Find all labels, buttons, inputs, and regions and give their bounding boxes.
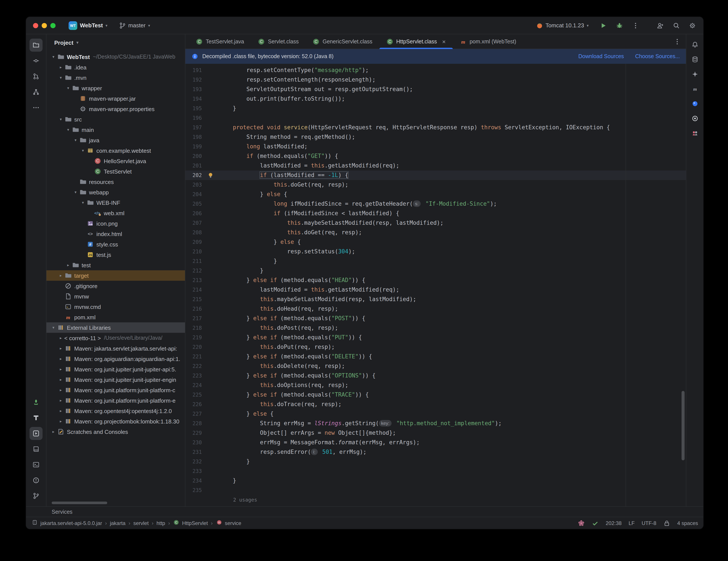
code-line[interactable]: 196 (185, 113, 686, 123)
chevron-right-icon[interactable]: ▸ (57, 388, 64, 392)
pull-requests-tool-icon[interactable] (30, 70, 43, 83)
chevron-down-icon[interactable]: ▾ (72, 138, 79, 142)
code-line[interactable]: 224 this.doOptions(req, resp); (185, 380, 686, 390)
code-editor[interactable]: 191 resp.setContentType("message/http");… (185, 64, 686, 506)
code-line[interactable]: 209 } else { (185, 237, 686, 247)
intention-bulb-icon[interactable] (202, 171, 219, 180)
close-icon[interactable]: × (442, 38, 446, 44)
database-icon[interactable] (689, 53, 701, 66)
tree-row[interactable]: maven-wrapper.jar (46, 93, 185, 104)
terminal-tool-icon[interactable] (30, 458, 43, 471)
tree-row[interactable]: ▾java (46, 135, 185, 145)
editor-tab[interactable]: CTestServlet.java (189, 34, 251, 49)
tree-row[interactable]: ▸Maven: org.projectlombok:lombok:1.18.30 (46, 416, 185, 426)
tree-row[interactable]: ▾External Libraries (46, 322, 185, 333)
code-line[interactable]: 220 this.doPut(req, resp); (185, 342, 686, 352)
line-number[interactable]: 208 (185, 228, 202, 237)
tree-row[interactable]: ▸target (46, 270, 185, 281)
chevron-down-icon[interactable]: ▾ (57, 76, 64, 80)
plugin-green-icon[interactable] (30, 396, 43, 409)
line-number[interactable]: 234 (185, 476, 202, 485)
line-number[interactable]: 213 (185, 276, 202, 285)
line-number[interactable]: 193 (185, 85, 202, 94)
code-line[interactable]: 226 this.doTrace(req, resp); (185, 400, 686, 409)
project-tool-icon[interactable] (30, 39, 43, 52)
code-line[interactable]: 193 ServletOutputStream out = resp.getOu… (185, 85, 686, 94)
tree-row[interactable]: icon.png (46, 218, 185, 229)
line-number[interactable]: 228 (185, 419, 202, 428)
chevron-right-icon[interactable]: ▸ (57, 336, 64, 340)
line-number[interactable]: 214 (185, 285, 202, 294)
line-number[interactable]: 212 (185, 266, 202, 276)
line-number[interactable]: 195 (185, 104, 202, 113)
readonly-lock-icon[interactable] (663, 520, 670, 526)
file-encoding[interactable]: UTF-8 (642, 520, 656, 526)
tree-row[interactable]: ▸Maven: org.opentest4j:opentest4j:1.2.0 (46, 406, 185, 416)
commit-tool-icon[interactable] (30, 54, 43, 67)
tree-row[interactable]: mpom.xml (46, 312, 185, 322)
line-number[interactable]: 226 (185, 400, 202, 409)
inspections-ok-icon[interactable] (592, 520, 599, 526)
code-line[interactable]: 207 this.maybeSetLastModified(resp, last… (185, 218, 686, 228)
code-line[interactable]: 194 out.print(buffer.toString()); (185, 94, 686, 104)
project-panel-header[interactable]: Project ▾ (46, 34, 185, 51)
code-line[interactable]: 232 } (185, 457, 686, 466)
search-everywhere-icon[interactable] (672, 21, 681, 30)
tree-row[interactable]: maven-wrapper.properties (46, 104, 185, 114)
line-number[interactable]: 233 (185, 466, 202, 476)
gpt-plugin-icon[interactable] (689, 112, 701, 125)
code-line[interactable]: 233 (185, 466, 686, 476)
line-number[interactable]: 210 (185, 247, 202, 257)
code-line[interactable]: 198 String method = req.getMethod(); (185, 132, 686, 142)
chevron-down-icon[interactable]: ▾ (65, 86, 72, 90)
tree-row[interactable]: ▸Maven: org.junit.jupiter:junit-jupiter-… (46, 374, 185, 385)
code-line[interactable]: 215 this.maybeSetLastModified(resp, last… (185, 294, 686, 304)
code-line[interactable]: 229 Object[] errArgs = new Object[]{meth… (185, 428, 686, 438)
project-widget[interactable]: WT WebTest ▾ (65, 19, 111, 31)
chevron-right-icon[interactable]: ▸ (57, 409, 64, 413)
code-line[interactable]: 231 resp.sendError(i: 501, errMsg); (185, 447, 686, 457)
tree-row[interactable]: ▾src (46, 114, 185, 125)
code-with-me-icon[interactable] (656, 21, 665, 30)
chevron-right-icon[interactable]: ▸ (57, 367, 64, 371)
breadcrumb-item[interactable]: CHttpServlet (173, 519, 208, 527)
tree-row[interactable]: ▾wrapper (46, 83, 185, 93)
code-line[interactable]: 230 errMsg = MessageFormat.format(errMsg… (185, 438, 686, 447)
chevron-down-icon[interactable]: ▾ (65, 128, 72, 132)
line-number[interactable]: 222 (185, 361, 202, 371)
tree-row[interactable]: ▸test (46, 260, 185, 270)
chevron-right-icon[interactable]: ▸ (57, 357, 64, 361)
dependencies-tool-icon[interactable] (30, 442, 43, 456)
structure-tool-icon[interactable] (30, 86, 43, 99)
notifications-icon[interactable] (689, 39, 701, 51)
ai-assistant-icon[interactable] (689, 68, 701, 80)
chevron-right-icon[interactable]: ▸ (57, 398, 64, 403)
breadcrumb-item[interactable]: jakarta (110, 520, 125, 526)
vertical-scrollbar[interactable] (682, 391, 685, 460)
breadcrumb-item[interactable]: http (156, 520, 165, 526)
code-line[interactable]: 202 if (lastModified == -1L) { (185, 171, 686, 180)
tree-row[interactable]: <>index.html (46, 229, 185, 239)
line-number[interactable]: 196 (185, 113, 202, 123)
code-line[interactable]: 214 lastModified = this.getLastModified(… (185, 285, 686, 294)
line-number[interactable]: 225 (185, 390, 202, 400)
tree-row[interactable]: CTestServlet (46, 166, 185, 177)
line-number[interactable]: 206 (185, 209, 202, 218)
breadcrumb-item[interactable]: servlet (133, 520, 149, 526)
code-line[interactable]: 199 long lastModified; (185, 142, 686, 152)
tree-row[interactable]: ▸Maven: org.junit.jupiter:junit-jupiter-… (46, 364, 185, 374)
branch-widget[interactable]: master ▾ (115, 20, 154, 31)
tree-row[interactable]: ▸Maven: jakarta.servlet:jakarta.servlet-… (46, 343, 185, 353)
tree-row[interactable]: ▸Maven: org.junit.platform:junit-platfor… (46, 395, 185, 406)
tree-row[interactable]: ▸Maven: org.apiguardian:apiguardian-api:… (46, 353, 185, 364)
line-number[interactable]: 194 (185, 94, 202, 104)
line-number[interactable]: 223 (185, 371, 202, 380)
tree-row[interactable]: JStest.js (46, 250, 185, 260)
editor-tab[interactable]: mpom.xml (WebTest) (453, 34, 523, 49)
line-number[interactable]: 227 (185, 409, 202, 419)
chevron-right-icon[interactable]: ▸ (57, 65, 64, 69)
line-number[interactable]: 211 (185, 257, 202, 266)
code-line[interactable]: 234 } (185, 476, 686, 485)
code-line[interactable]: 206 if (ifModifiedSince < lastModified) … (185, 209, 686, 218)
line-number[interactable]: 218 (185, 323, 202, 333)
